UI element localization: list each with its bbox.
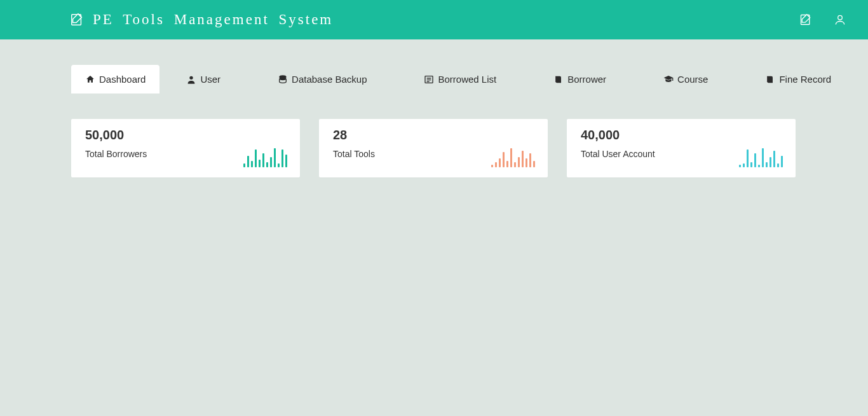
stat-label: Total Tools <box>333 149 491 159</box>
book-icon <box>553 74 564 85</box>
tab-label: Dashboard <box>99 74 146 85</box>
tab-course[interactable]: Course <box>649 65 722 94</box>
list-icon <box>424 74 434 85</box>
sparkline-icon <box>243 144 287 169</box>
stat-cards: 50,000 Total Borrowers 28 Total Tools 40… <box>71 119 797 177</box>
edit-note-icon <box>70 13 84 27</box>
stat-label: Total Borrowers <box>85 149 243 159</box>
tab-dashboard[interactable]: Dashboard <box>71 65 159 94</box>
tab-database-backup[interactable]: Database Backup <box>264 65 381 94</box>
book-icon <box>765 74 775 85</box>
home-icon <box>85 74 95 85</box>
card-total-user-account: 40,000 Total User Account <box>567 119 796 177</box>
stat-label: Total User Account <box>581 149 739 159</box>
tab-label: Course <box>677 74 708 85</box>
stat-value: 28 <box>333 128 491 142</box>
database-icon <box>278 74 288 85</box>
tab-user[interactable]: User <box>172 65 234 94</box>
svg-point-2 <box>838 15 843 20</box>
graduation-cap-icon <box>663 74 674 85</box>
nav-tabs: Dashboard User Database Backup Borrowed … <box>71 65 797 94</box>
stat-value: 50,000 <box>85 128 243 142</box>
stat-value: 40,000 <box>581 128 739 142</box>
tab-borrowed-list[interactable]: Borrowed List <box>410 65 510 94</box>
topbar: PE Tools Management System <box>0 0 868 39</box>
tab-label: Fine Record <box>779 74 831 85</box>
svg-point-3 <box>190 76 193 79</box>
sparkline-icon <box>739 144 783 169</box>
brand: PE Tools Management System <box>70 11 333 28</box>
sparkline-icon <box>491 144 535 169</box>
card-total-tools: 28 Total Tools <box>319 119 548 177</box>
user-icon <box>186 74 196 85</box>
compose-icon[interactable] <box>799 13 812 26</box>
tab-label: User <box>200 74 220 85</box>
tab-label: Borrowed List <box>438 74 496 85</box>
topbar-actions <box>799 13 849 26</box>
content-area: Dashboard User Database Backup Borrowed … <box>0 65 868 177</box>
card-total-borrowers: 50,000 Total Borrowers <box>71 119 300 177</box>
app-title: PE Tools Management System <box>93 11 333 28</box>
tab-fine-record[interactable]: Fine Record <box>751 65 845 94</box>
tab-label: Borrower <box>567 74 606 85</box>
tab-label: Database Backup <box>292 74 367 85</box>
tab-borrower[interactable]: Borrower <box>539 65 620 94</box>
user-account-icon[interactable] <box>834 13 846 26</box>
